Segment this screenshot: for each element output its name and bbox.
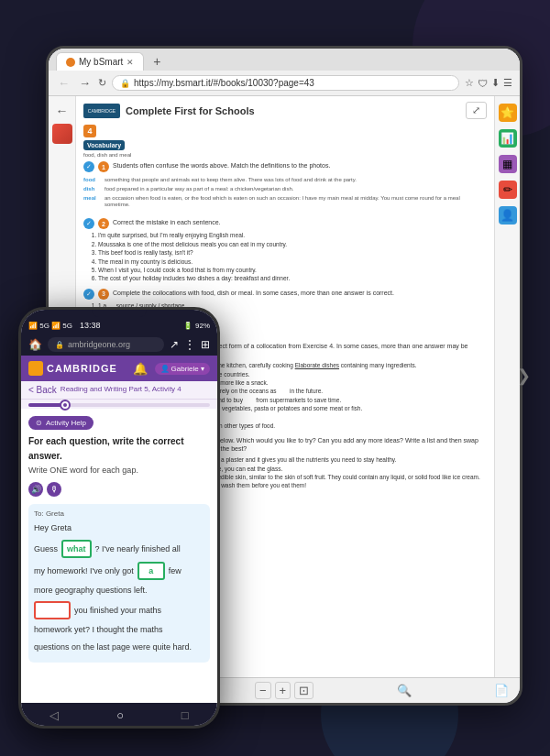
star-icon[interactable]: ☆	[465, 77, 474, 89]
pen-icon-btn[interactable]: ✏	[499, 181, 517, 199]
browser-back-button[interactable]: ←	[56, 74, 72, 92]
phone-url-bar[interactable]: 🔒 ambridgeone.org	[48, 337, 164, 352]
email-line-1: Guess what ? I've nearly finished all	[34, 540, 204, 558]
phone-recents-icon: □	[182, 708, 189, 722]
address-bar[interactable]: 🔒 https://my.bsmart.it/#/books/10030?pag…	[112, 75, 459, 91]
bell-icon[interactable]: 🔔	[133, 362, 148, 376]
search-bottom-icon[interactable]: 🔍	[397, 684, 412, 697]
phone-bottom-nav: ◁ ○ □	[21, 703, 217, 726]
shield-icon[interactable]: 🛡	[478, 78, 488, 89]
answer-blank-a[interactable]: a	[138, 562, 165, 580]
answer-2-3: This beef food is really tasty, isn't it…	[98, 249, 487, 257]
phone-app-header: CAMBRIDGE 🔔 👤 Gabriele ▾	[21, 356, 217, 381]
question-1-text: Students often confuse the words above. …	[113, 161, 330, 170]
tab-favicon	[66, 58, 75, 67]
answer-blank-what[interactable]: what	[61, 540, 92, 558]
tabs-icon[interactable]: ⊞	[201, 338, 210, 351]
grid-icon-btn[interactable]: ▦	[499, 155, 517, 173]
breadcrumb-back-button[interactable]: < Back	[28, 385, 57, 395]
bookmark-icon-btn[interactable]: ⭐	[499, 104, 517, 122]
tab-close-button[interactable]: ✕	[126, 58, 134, 67]
new-tab-button[interactable]: +	[148, 52, 166, 71]
line6-text: questions on the last page were quite ha…	[34, 641, 192, 653]
phone-back-button[interactable]: ◁	[50, 708, 59, 722]
mic-icon: 🎙	[50, 485, 59, 494]
document-bottom-icon[interactable]: 📄	[494, 684, 509, 697]
more-icon[interactable]: ⋮	[184, 338, 195, 351]
phone: 📶 5G 📶 5G 13:38 🔋 92% 🏠 🔒 ambridgeone.or…	[18, 307, 220, 729]
phone-home-nav-icon: ○	[116, 708, 124, 722]
zoom-out-button[interactable]: −	[255, 682, 271, 699]
zoom-in-button[interactable]: +	[275, 682, 292, 699]
url-lock-icon: 🔒	[55, 341, 64, 349]
battery-pct: 92%	[195, 322, 210, 330]
phone-notch	[92, 310, 147, 317]
phone-header-icons: 🔔 👤 Gabriele ▾	[133, 362, 210, 376]
phone-content: ⊙ Activity Help For each question, write…	[21, 409, 217, 703]
email-line-5: homework yet? I thought the maths	[34, 623, 204, 636]
email-greeting: Hey Greta	[34, 523, 204, 532]
browser-refresh-button[interactable]: ↻	[98, 77, 106, 89]
tablet-sidebar-right: ⭐ 📊 ▦ ✏ 👤	[494, 96, 520, 677]
q-number-3: 3	[98, 289, 109, 300]
progress-dot	[60, 400, 71, 411]
line3-text: more geography questions left.	[34, 584, 148, 597]
chart-icon-btn[interactable]: 📊	[499, 129, 517, 148]
zoom-controls: − + ⊡	[255, 682, 314, 699]
activity-instructions-2: answer.	[28, 450, 210, 463]
cambridge-logo	[52, 124, 72, 144]
vocab-list: food something that people and animals e…	[83, 175, 487, 213]
activity-sub-instruction: Write ONE word for each gap.	[28, 465, 210, 477]
status-network: 📶 5G 📶 5G	[28, 322, 72, 330]
phone-progress-area	[21, 400, 217, 409]
tablet-forward-arrow[interactable]: ❯	[517, 366, 531, 386]
wifi-icon: 🔋	[183, 322, 192, 330]
vocab-item-food: food something that people and animals e…	[83, 177, 487, 184]
line2-text: my homework! I've only got	[34, 564, 134, 577]
question-1-header: ✓ 1 Students often confuse the words abo…	[83, 161, 487, 172]
activity-help-label: Activity Help	[46, 419, 86, 427]
instruction-line1: For each question, write the correct	[28, 436, 183, 446]
phone-home-button[interactable]: ○	[116, 708, 124, 722]
vocab-item-meal: meal an occasion when food is eaten, or …	[83, 195, 487, 210]
email-to: To: Greta	[34, 509, 204, 518]
user-badge[interactable]: 👤 Gabriele ▾	[155, 363, 210, 375]
browser-forward-button[interactable]: →	[77, 74, 93, 92]
menu-icon[interactable]: ☰	[503, 77, 512, 89]
avatar-icon-btn[interactable]: 👤	[499, 206, 517, 225]
lock-icon: 🔒	[120, 79, 130, 88]
section-number: 4	[83, 125, 96, 137]
mic-icon-btn[interactable]: 🎙	[47, 482, 61, 497]
phone-home-icon[interactable]: 🏠	[28, 338, 42, 351]
line1-after: ? I've nearly finished all	[95, 542, 181, 555]
browser-tab-active[interactable]: My bSmart ✕	[56, 52, 144, 71]
answer-blank-empty[interactable]	[34, 601, 71, 619]
answer-2-5: When I visit you, I could cook a food th…	[98, 267, 487, 274]
question-3-header: ✓ 3 Complete the collocations with food,…	[83, 289, 487, 300]
zoom-fit-button[interactable]: ⊡	[294, 682, 314, 699]
activity-icon-row: 🔊 🎙	[28, 482, 210, 497]
phone-recents-button[interactable]: □	[182, 708, 189, 722]
status-time: 13:38	[80, 321, 101, 330]
speaker-icon-btn[interactable]: 🔊	[28, 482, 43, 497]
check-circle-1: ✓	[83, 161, 94, 172]
phone-back-icon: ◁	[50, 708, 59, 722]
email-line-6: questions on the last page were quite ha…	[34, 641, 204, 653]
browser-tabs: My bSmart ✕ +	[49, 49, 520, 71]
activity-instructions: For each question, write the correct	[28, 435, 210, 448]
browser-controls: ← → ↻ 🔒 https://my.bsmart.it/#/books/100…	[49, 71, 520, 95]
question-2-text: Correct the mistake in each sentence.	[113, 218, 221, 227]
speaker-icon: 🔊	[31, 485, 41, 494]
tab-title: My bSmart	[79, 57, 123, 67]
activity-help-button[interactable]: ⊙ Activity Help	[28, 416, 94, 430]
expand-button[interactable]: ⤢	[466, 102, 487, 119]
share-icon[interactable]: ↗	[170, 338, 179, 351]
user-name: Gabriele ▾	[171, 365, 204, 373]
tablet-back-button[interactable]: ←	[56, 104, 69, 118]
question-2-header: ✓ 2 Correct the mistake in each sentence…	[83, 218, 487, 229]
email-form: To: Greta Hey Greta Guess what ? I've ne…	[28, 504, 210, 663]
browser-actions: ☆ 🛡 ⬇ ☰	[465, 77, 512, 89]
phone-screen: 📶 5G 📶 5G 13:38 🔋 92% 🏠 🔒 ambridgeone.or…	[21, 310, 217, 726]
download-icon[interactable]: ⬇	[491, 77, 500, 89]
instruction-line3: Write ONE word for each gap.	[28, 466, 138, 475]
